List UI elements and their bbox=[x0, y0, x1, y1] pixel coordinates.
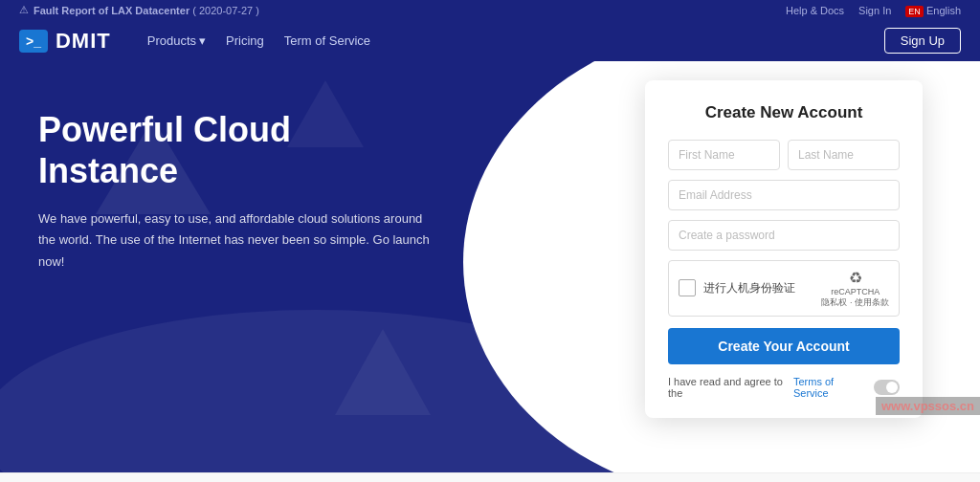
logo-icon: >_ bbox=[19, 30, 48, 53]
nav-links: Products ▾ Pricing Term of Service bbox=[140, 30, 378, 52]
products-text: Products bbox=[147, 33, 196, 48]
terms-row: I have read and agree to the Terms of Se… bbox=[668, 376, 900, 399]
hero-section: Powerful Cloud Instance We have powerful… bbox=[38, 109, 440, 273]
announcement-left: ⚠ Fault Report of LAX Datacenter ( 2020-… bbox=[19, 4, 259, 16]
create-account-button[interactable]: Create Your Account bbox=[668, 328, 900, 364]
captcha-right: ♻ reCAPTCHA 隐私权 · 使用条款 bbox=[821, 269, 889, 308]
logo[interactable]: >_ DMIT bbox=[19, 29, 111, 54]
products-label: Products ▾ bbox=[147, 33, 206, 48]
terms-text: I have read and agree to the bbox=[668, 376, 789, 399]
hero-heading-line1: Powerful Cloud bbox=[38, 110, 291, 149]
nav-terms-link[interactable]: Term of Service bbox=[277, 30, 378, 52]
nav-pricing-link[interactable]: Pricing bbox=[218, 30, 272, 52]
registration-form: Create New Account 进行人机身份验证 ♻ reCAPTCHA … bbox=[645, 80, 923, 418]
terms-of-service-link[interactable]: Terms of Service bbox=[793, 376, 865, 399]
announcement-bar: ⚠ Fault Report of LAX Datacenter ( 2020-… bbox=[0, 0, 980, 20]
chevron-down-icon: ▾ bbox=[199, 33, 206, 48]
announcement-title: Fault Report of LAX Datacenter bbox=[33, 5, 189, 16]
navbar: >_ DMIT Products ▾ Pricing Term of Servi… bbox=[0, 20, 980, 61]
language-selector[interactable]: EN English bbox=[905, 5, 961, 16]
hero-heading: Powerful Cloud Instance bbox=[38, 109, 440, 191]
recaptcha-brand: reCAPTCHA bbox=[821, 287, 889, 297]
nav-left: >_ DMIT Products ▾ Pricing Term of Servi… bbox=[19, 29, 378, 54]
email-input[interactable] bbox=[668, 180, 900, 210]
password-input[interactable] bbox=[668, 220, 900, 251]
nav-products-link[interactable]: Products ▾ bbox=[140, 30, 213, 52]
first-name-input[interactable] bbox=[668, 140, 780, 170]
signin-link[interactable]: Sign In bbox=[858, 5, 891, 16]
name-row bbox=[668, 140, 900, 170]
hero-description: We have powerful, easy to use, and affor… bbox=[38, 208, 440, 272]
announcement-date: ( 2020-07-27 ) bbox=[192, 5, 259, 16]
password-group bbox=[668, 220, 900, 251]
flag-icon: EN bbox=[905, 6, 924, 17]
logo-text: DMIT bbox=[56, 29, 111, 54]
language-label: English bbox=[926, 5, 961, 16]
signup-button[interactable]: Sign Up bbox=[884, 28, 961, 54]
triangle-decoration-3 bbox=[335, 329, 431, 415]
warning-icon: ⚠ bbox=[19, 4, 29, 16]
recaptcha-icon: ♻ bbox=[821, 269, 889, 287]
hero-heading-line2: Instance bbox=[38, 151, 178, 190]
last-name-input[interactable] bbox=[788, 140, 900, 170]
captcha-box[interactable]: 进行人机身份验证 ♻ reCAPTCHA 隐私权 · 使用条款 bbox=[668, 260, 900, 317]
help-docs-link[interactable]: Help & Docs bbox=[786, 5, 844, 16]
captcha-checkbox[interactable] bbox=[679, 279, 696, 296]
partners-bar: ⚡ EQUINIX 🏢 DIGITAL Realty ◉ Juniper NET… bbox=[0, 472, 980, 482]
captcha-label: 进行人机身份验证 bbox=[703, 280, 795, 296]
announcement-text: Fault Report of LAX Datacenter ( 2020-07… bbox=[33, 5, 259, 16]
captcha-left: 进行人机身份验证 bbox=[679, 279, 795, 296]
terms-toggle[interactable] bbox=[874, 380, 900, 395]
main-wrapper: Powerful Cloud Instance We have powerful… bbox=[0, 61, 980, 472]
form-title: Create New Account bbox=[668, 103, 900, 122]
email-group bbox=[668, 180, 900, 210]
recaptcha-sub: 隐私权 · 使用条款 bbox=[821, 297, 889, 308]
announcement-right: Help & Docs Sign In EN English bbox=[786, 5, 961, 16]
